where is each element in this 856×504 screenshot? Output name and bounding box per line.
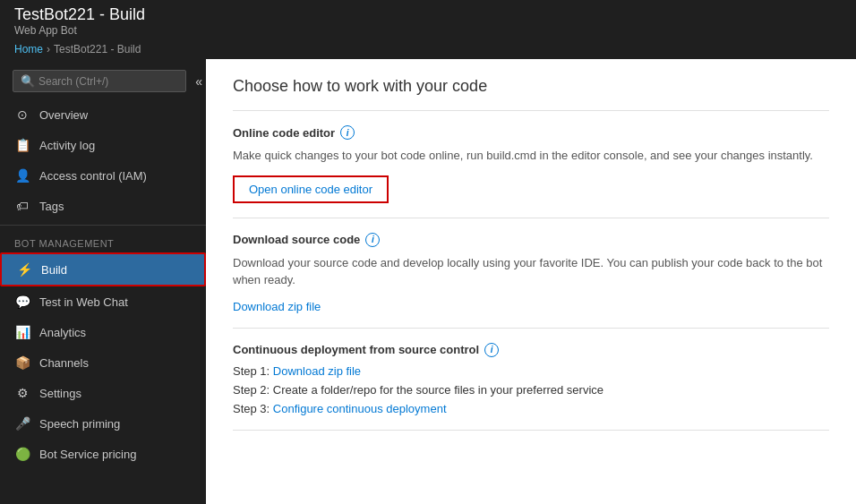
step-1-prefix: Step 1: [233, 364, 273, 378]
sidebar: 🔍 « ⊙ Overview 📋 Activity log 👤 Access c… [0, 59, 206, 504]
sidebar-item-label: Activity log [39, 139, 95, 152]
divider-bottom [233, 430, 829, 431]
step-3-link[interactable]: Configure continuous deployment [273, 402, 447, 415]
build-icon: ⚡ [16, 261, 32, 278]
online-editor-info-icon[interactable]: i [340, 125, 355, 140]
breadcrumb: Home › TestBot221 - Build [0, 41, 856, 59]
divider-top [233, 110, 829, 111]
step-1-link[interactable]: Download zip file [273, 364, 361, 378]
channels-icon: 📦 [14, 355, 30, 371]
step-3-prefix: Step 3: [233, 402, 273, 415]
search-input[interactable] [39, 75, 178, 88]
sidebar-item-label: Channels [39, 356, 89, 370]
sidebar-divider [0, 225, 206, 226]
online-editor-section: Online code editor i Make quick changes … [233, 125, 829, 203]
top-bar: TestBot221 - Build Web App Bot [0, 0, 856, 41]
sidebar-item-label: Settings [39, 387, 81, 400]
search-box[interactable]: 🔍 [13, 70, 186, 92]
sidebar-item-label: Analytics [39, 326, 86, 339]
online-editor-description: Make quick changes to your bot code onli… [233, 147, 829, 165]
web-chat-icon: 💬 [14, 294, 30, 310]
download-zip-link[interactable]: Download zip file [233, 300, 321, 313]
continuous-deployment-label: Continuous deployment from source contro… [233, 343, 829, 357]
activity-log-icon: 📋 [14, 137, 30, 153]
sidebar-item-label: Build [41, 263, 67, 277]
download-source-info-icon[interactable]: i [365, 233, 380, 247]
sidebar-item-build[interactable]: ⚡ Build [0, 252, 206, 286]
download-source-section: Download source code i Download your sou… [233, 233, 829, 313]
open-online-editor-button[interactable]: Open online code editor [233, 175, 389, 203]
main-layout: 🔍 « ⊙ Overview 📋 Activity log 👤 Access c… [0, 59, 856, 504]
tags-icon: 🏷 [14, 198, 30, 214]
step-1: Step 1: Download zip file [233, 364, 829, 378]
breadcrumb-home[interactable]: Home [14, 43, 43, 56]
breadcrumb-current: TestBot221 - Build [54, 43, 141, 56]
sidebar-item-label: Tags [39, 200, 64, 213]
analytics-icon: 📊 [14, 324, 30, 340]
settings-icon: ⚙ [14, 385, 30, 401]
collapse-button[interactable]: « [195, 74, 202, 89]
divider-1 [233, 218, 829, 218]
sidebar-item-bot-service-pricing[interactable]: 🟢 Bot Service pricing [0, 439, 206, 469]
sidebar-item-test-web-chat[interactable]: 💬 Test in Web Chat [0, 286, 206, 317]
step-3: Step 3: Configure continuous deployment [233, 402, 829, 415]
sidebar-item-speech-priming[interactable]: 🎤 Speech priming [0, 408, 206, 439]
access-control-icon: 👤 [14, 167, 30, 184]
sidebar-item-settings[interactable]: ⚙ Settings [0, 378, 206, 408]
bot-pricing-icon: 🟢 [14, 446, 30, 462]
divider-2 [233, 328, 829, 329]
sidebar-item-access-control[interactable]: 👤 Access control (IAM) [0, 160, 206, 191]
sidebar-item-activity-log[interactable]: 📋 Activity log [0, 130, 206, 160]
sidebar-item-tags[interactable]: 🏷 Tags [0, 191, 206, 221]
download-source-label: Download source code i [233, 233, 829, 247]
continuous-deployment-info-icon[interactable]: i [484, 343, 499, 357]
online-editor-label: Online code editor i [233, 125, 829, 140]
sidebar-item-label: Overview [39, 108, 88, 122]
speech-priming-icon: 🎤 [14, 415, 30, 431]
step-2: Step 2: Create a folder/repo for the sou… [233, 383, 829, 397]
main-content: Choose how to work with your code Online… [206, 59, 856, 504]
page-title: Choose how to work with your code [233, 77, 829, 96]
download-source-description: Download your source code and develop lo… [233, 254, 829, 289]
sidebar-item-label: Access control (IAM) [39, 169, 147, 183]
sidebar-item-label: Test in Web Chat [39, 295, 128, 309]
top-bar-title: TestBot221 - Build [14, 5, 145, 24]
sidebar-item-label: Bot Service pricing [39, 448, 136, 461]
sidebar-item-analytics[interactable]: 📊 Analytics [0, 317, 206, 347]
breadcrumb-separator: › [47, 43, 50, 56]
bot-management-header: BOT MANAGEMENT [0, 229, 206, 252]
continuous-deployment-section: Continuous deployment from source contro… [233, 343, 829, 415]
sidebar-item-label: Speech priming [39, 417, 120, 431]
sidebar-item-channels[interactable]: 📦 Channels [0, 347, 206, 378]
sidebar-scroll: ⊙ Overview 📋 Activity log 👤 Access contr… [0, 99, 206, 504]
overview-icon: ⊙ [14, 107, 30, 123]
sidebar-item-overview[interactable]: ⊙ Overview [0, 99, 206, 130]
top-bar-subtitle: Web App Bot [14, 24, 145, 37]
search-icon: 🔍 [21, 74, 35, 88]
